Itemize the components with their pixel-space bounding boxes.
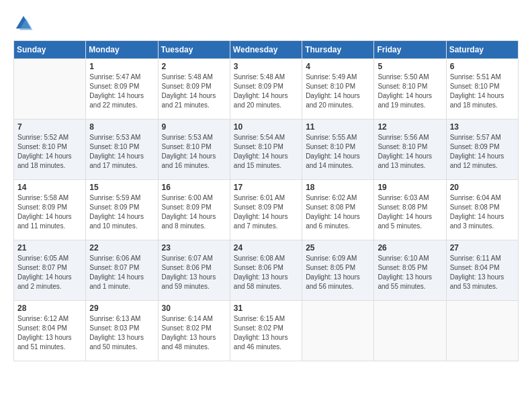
day-info: Sunrise: 6:09 AM Sunset: 8:05 PM Dayligh… <box>306 254 370 291</box>
calendar-cell: 16Sunrise: 6:00 AM Sunset: 8:09 PM Dayli… <box>158 180 230 240</box>
calendar-cell: 22Sunrise: 6:06 AM Sunset: 8:07 PM Dayli… <box>86 240 158 301</box>
calendar-cell <box>446 301 518 361</box>
header-saturday: Saturday <box>446 41 518 59</box>
day-info: Sunrise: 6:11 AM Sunset: 8:04 PM Dayligh… <box>450 254 515 291</box>
day-number: 18 <box>306 183 370 192</box>
day-number: 30 <box>162 304 226 313</box>
day-info: Sunrise: 5:49 AM Sunset: 8:10 PM Dayligh… <box>306 73 370 110</box>
day-number: 8 <box>89 122 154 132</box>
calendar-cell: 14Sunrise: 5:58 AM Sunset: 8:09 PM Dayli… <box>14 180 86 240</box>
calendar-cell: 6Sunrise: 5:51 AM Sunset: 8:10 PM Daylig… <box>446 59 518 120</box>
day-info: Sunrise: 6:06 AM Sunset: 8:07 PM Dayligh… <box>89 254 154 291</box>
calendar-cell <box>302 301 374 361</box>
day-info: Sunrise: 6:05 AM Sunset: 8:07 PM Dayligh… <box>17 254 82 291</box>
day-number: 9 <box>162 122 226 132</box>
calendar-cell: 31Sunrise: 6:15 AM Sunset: 8:02 PM Dayli… <box>230 301 302 361</box>
day-number: 15 <box>89 183 154 192</box>
day-info: Sunrise: 6:00 AM Sunset: 8:09 PM Dayligh… <box>162 193 226 231</box>
day-info: Sunrise: 5:53 AM Sunset: 8:10 PM Dayligh… <box>162 133 226 171</box>
calendar-cell: 27Sunrise: 6:11 AM Sunset: 8:04 PM Dayli… <box>446 240 518 301</box>
day-number: 21 <box>17 243 82 253</box>
calendar-cell: 10Sunrise: 5:54 AM Sunset: 8:10 PM Dayli… <box>230 120 302 180</box>
calendar-cell: 21Sunrise: 6:05 AM Sunset: 8:07 PM Dayli… <box>14 240 86 301</box>
day-number: 3 <box>234 62 298 71</box>
calendar-week-1: 1Sunrise: 5:47 AM Sunset: 8:09 PM Daylig… <box>14 59 519 120</box>
day-number: 12 <box>378 122 442 132</box>
day-number: 24 <box>234 243 298 253</box>
calendar-cell: 20Sunrise: 6:04 AM Sunset: 8:08 PM Dayli… <box>446 180 518 240</box>
calendar-week-3: 14Sunrise: 5:58 AM Sunset: 8:09 PM Dayli… <box>14 180 519 240</box>
calendar-cell: 26Sunrise: 6:10 AM Sunset: 8:05 PM Dayli… <box>374 240 446 301</box>
header-monday: Monday <box>86 41 158 59</box>
calendar-cell: 19Sunrise: 6:03 AM Sunset: 8:08 PM Dayli… <box>374 180 446 240</box>
day-number: 22 <box>89 243 154 253</box>
calendar-week-5: 28Sunrise: 6:12 AM Sunset: 8:04 PM Dayli… <box>14 301 519 361</box>
calendar-cell: 29Sunrise: 6:13 AM Sunset: 8:03 PM Dayli… <box>86 301 158 361</box>
day-number: 11 <box>306 122 370 132</box>
logo <box>13 13 36 34</box>
calendar-cell: 11Sunrise: 5:55 AM Sunset: 8:10 PM Dayli… <box>302 120 374 180</box>
calendar-cell: 30Sunrise: 6:14 AM Sunset: 8:02 PM Dayli… <box>158 301 230 361</box>
day-number: 31 <box>234 304 298 313</box>
calendar-week-2: 7Sunrise: 5:52 AM Sunset: 8:10 PM Daylig… <box>14 120 519 180</box>
header-friday: Friday <box>374 41 446 59</box>
day-number: 16 <box>162 183 226 192</box>
calendar-cell: 17Sunrise: 6:01 AM Sunset: 8:09 PM Dayli… <box>230 180 302 240</box>
day-number: 26 <box>378 243 442 253</box>
day-number: 6 <box>450 62 515 71</box>
logo-icon <box>13 13 34 34</box>
day-number: 23 <box>162 243 226 253</box>
day-info: Sunrise: 5:57 AM Sunset: 8:09 PM Dayligh… <box>450 133 515 171</box>
header-thursday: Thursday <box>302 41 374 59</box>
calendar-cell: 5Sunrise: 5:50 AM Sunset: 8:10 PM Daylig… <box>374 59 446 120</box>
day-number: 19 <box>378 183 442 192</box>
header-sunday: Sunday <box>14 41 86 59</box>
day-info: Sunrise: 5:55 AM Sunset: 8:10 PM Dayligh… <box>306 133 370 171</box>
calendar-header-row: SundayMondayTuesdayWednesdayThursdayFrid… <box>14 41 519 59</box>
day-info: Sunrise: 6:14 AM Sunset: 8:02 PM Dayligh… <box>162 314 226 352</box>
day-info: Sunrise: 5:48 AM Sunset: 8:09 PM Dayligh… <box>162 73 226 110</box>
calendar-cell <box>14 59 86 120</box>
day-info: Sunrise: 6:04 AM Sunset: 8:08 PM Dayligh… <box>450 193 515 231</box>
calendar-cell: 23Sunrise: 6:07 AM Sunset: 8:06 PM Dayli… <box>158 240 230 301</box>
day-info: Sunrise: 6:12 AM Sunset: 8:04 PM Dayligh… <box>17 314 82 352</box>
calendar-cell: 15Sunrise: 5:59 AM Sunset: 8:09 PM Dayli… <box>86 180 158 240</box>
day-info: Sunrise: 6:13 AM Sunset: 8:03 PM Dayligh… <box>89 314 154 352</box>
day-number: 29 <box>89 304 154 313</box>
day-info: Sunrise: 6:15 AM Sunset: 8:02 PM Dayligh… <box>234 314 298 352</box>
calendar-cell: 12Sunrise: 5:56 AM Sunset: 8:10 PM Dayli… <box>374 120 446 180</box>
day-info: Sunrise: 5:48 AM Sunset: 8:09 PM Dayligh… <box>234 73 298 110</box>
day-number: 2 <box>162 62 226 71</box>
calendar-cell <box>374 301 446 361</box>
day-number: 1 <box>89 62 154 71</box>
calendar-cell: 18Sunrise: 6:02 AM Sunset: 8:08 PM Dayli… <box>302 180 374 240</box>
calendar-cell: 25Sunrise: 6:09 AM Sunset: 8:05 PM Dayli… <box>302 240 374 301</box>
day-number: 28 <box>17 304 82 313</box>
calendar: SundayMondayTuesdayWednesdayThursdayFrid… <box>13 40 519 361</box>
day-info: Sunrise: 6:07 AM Sunset: 8:06 PM Dayligh… <box>162 254 226 291</box>
calendar-cell: 8Sunrise: 5:53 AM Sunset: 8:10 PM Daylig… <box>86 120 158 180</box>
day-info: Sunrise: 6:08 AM Sunset: 8:06 PM Dayligh… <box>234 254 298 291</box>
calendar-cell: 7Sunrise: 5:52 AM Sunset: 8:10 PM Daylig… <box>14 120 86 180</box>
day-info: Sunrise: 5:54 AM Sunset: 8:10 PM Dayligh… <box>234 133 298 171</box>
calendar-cell: 1Sunrise: 5:47 AM Sunset: 8:09 PM Daylig… <box>86 59 158 120</box>
day-info: Sunrise: 6:02 AM Sunset: 8:08 PM Dayligh… <box>306 193 370 231</box>
day-number: 10 <box>234 122 298 132</box>
day-number: 20 <box>450 183 515 192</box>
day-info: Sunrise: 6:10 AM Sunset: 8:05 PM Dayligh… <box>378 254 442 291</box>
day-number: 14 <box>17 183 82 192</box>
calendar-cell: 3Sunrise: 5:48 AM Sunset: 8:09 PM Daylig… <box>230 59 302 120</box>
day-info: Sunrise: 5:52 AM Sunset: 8:10 PM Dayligh… <box>17 133 82 171</box>
day-info: Sunrise: 5:47 AM Sunset: 8:09 PM Dayligh… <box>89 73 154 110</box>
day-info: Sunrise: 5:50 AM Sunset: 8:10 PM Dayligh… <box>378 73 442 110</box>
calendar-week-4: 21Sunrise: 6:05 AM Sunset: 8:07 PM Dayli… <box>14 240 519 301</box>
header-wednesday: Wednesday <box>230 41 302 59</box>
day-info: Sunrise: 5:58 AM Sunset: 8:09 PM Dayligh… <box>17 193 82 231</box>
calendar-cell: 13Sunrise: 5:57 AM Sunset: 8:09 PM Dayli… <box>446 120 518 180</box>
header-tuesday: Tuesday <box>158 41 230 59</box>
calendar-cell: 28Sunrise: 6:12 AM Sunset: 8:04 PM Dayli… <box>14 301 86 361</box>
calendar-cell: 2Sunrise: 5:48 AM Sunset: 8:09 PM Daylig… <box>158 59 230 120</box>
day-number: 17 <box>234 183 298 192</box>
day-info: Sunrise: 5:59 AM Sunset: 8:09 PM Dayligh… <box>89 193 154 231</box>
day-info: Sunrise: 6:01 AM Sunset: 8:09 PM Dayligh… <box>234 193 298 231</box>
